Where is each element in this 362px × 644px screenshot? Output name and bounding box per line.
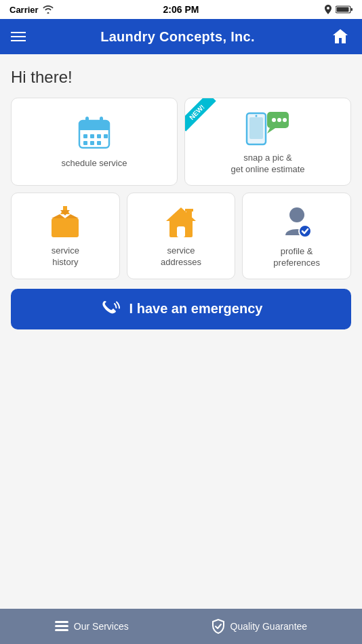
home-icon — [331, 28, 349, 45]
service-addresses-card[interactable]: serviceaddresses — [127, 193, 236, 279]
svg-point-19 — [272, 118, 276, 122]
service-history-card[interactable]: servicehistory — [11, 193, 120, 279]
svg-rect-2 — [337, 7, 349, 12]
svg-rect-12 — [83, 141, 87, 145]
svg-rect-30 — [186, 210, 192, 220]
status-bar: Carrier 2:06 PM — [0, 0, 362, 19]
house-icon — [164, 205, 198, 239]
svg-rect-1 — [351, 8, 353, 11]
app-header: Laundry Concepts, Inc. — [0, 19, 362, 54]
quality-guarantee-label: Quality Guarantee — [230, 621, 308, 632]
svg-point-20 — [277, 118, 281, 122]
bottom-nav: Our Services Quality Guarantee — [0, 609, 362, 644]
location-icon — [325, 5, 331, 14]
our-services-nav[interactable]: Our Services — [55, 621, 129, 632]
greeting-text: Hi there! — [11, 68, 351, 87]
card-row-1: schedule service snap a pic &get online … — [11, 98, 351, 186]
svg-rect-14 — [97, 141, 101, 145]
battery-icon — [336, 5, 353, 14]
new-badge — [185, 98, 226, 139]
service-history-label: servicehistory — [52, 245, 79, 268]
carrier-label: Carrier — [9, 5, 39, 15]
svg-point-21 — [283, 118, 287, 122]
calendar-icon — [76, 115, 113, 151]
svg-point-32 — [289, 207, 304, 222]
status-left: Carrier — [9, 5, 54, 15]
svg-rect-8 — [83, 134, 87, 138]
quality-guarantee-nav[interactable]: Quality Guarantee — [212, 619, 308, 634]
svg-rect-10 — [97, 134, 101, 138]
menu-button[interactable] — [11, 32, 26, 41]
profile-preferences-card[interactable]: profile &preferences — [242, 193, 351, 279]
schedule-service-label: schedule service — [62, 158, 127, 169]
svg-rect-7 — [79, 126, 109, 130]
svg-rect-35 — [55, 625, 68, 627]
svg-marker-22 — [267, 128, 275, 134]
snap-pic-label: snap a pic &get online estimate — [230, 153, 304, 176]
schedule-service-card[interactable]: schedule service — [11, 98, 178, 186]
snap-icon — [244, 109, 291, 146]
wifi-icon — [43, 5, 54, 14]
svg-rect-29 — [177, 226, 185, 237]
main-content: Hi there! s — [0, 54, 362, 609]
status-right — [325, 5, 353, 14]
box-icon — [48, 205, 82, 239]
svg-rect-31 — [185, 209, 193, 212]
svg-rect-34 — [55, 621, 68, 623]
phone-emergency-icon — [100, 298, 121, 320]
emergency-label: I have an emergency — [129, 301, 263, 317]
status-time: 2:06 PM — [163, 4, 199, 15]
emergency-button[interactable]: I have an emergency — [11, 289, 351, 329]
svg-rect-16 — [249, 117, 263, 139]
svg-rect-11 — [104, 134, 108, 138]
svg-rect-36 — [55, 629, 68, 631]
home-button[interactable] — [329, 26, 351, 47]
profile-icon — [280, 204, 314, 239]
app-title: Laundry Concepts, Inc. — [100, 29, 255, 45]
svg-rect-13 — [90, 141, 94, 145]
svg-point-17 — [256, 115, 258, 117]
list-icon — [55, 621, 68, 632]
svg-rect-23 — [52, 218, 79, 237]
snap-pic-card[interactable]: snap a pic &get online estimate — [184, 98, 351, 186]
shield-icon — [212, 619, 225, 634]
card-row-2: servicehistory serviceaddresses — [11, 193, 351, 279]
profile-preferences-label: profile &preferences — [273, 246, 320, 269]
our-services-label: Our Services — [74, 621, 129, 632]
svg-rect-9 — [90, 134, 94, 138]
service-addresses-label: serviceaddresses — [161, 245, 201, 268]
